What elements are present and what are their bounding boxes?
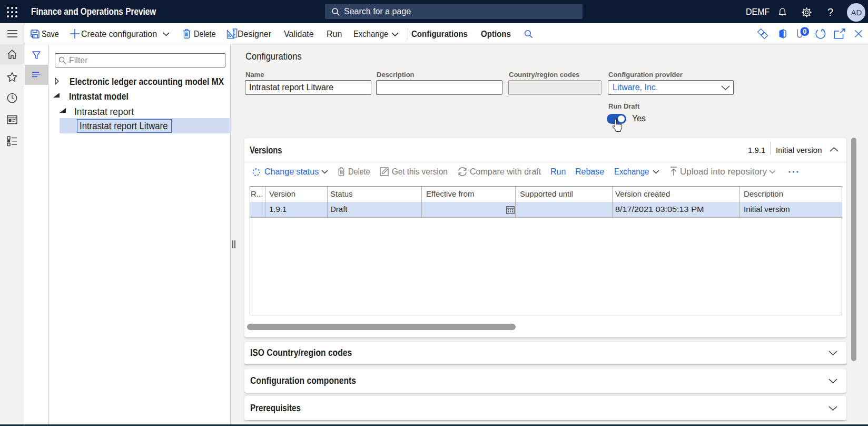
svg-text:0: 0 [803,27,806,35]
